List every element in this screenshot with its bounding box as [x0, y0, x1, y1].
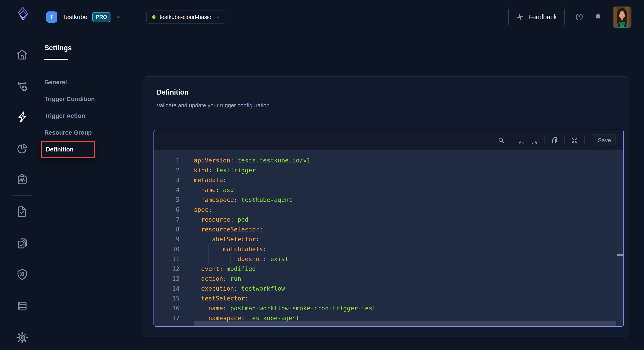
code-text: metadata: [194, 175, 226, 185]
indent-guide [194, 264, 201, 274]
code-text: execution: testworkflow [194, 284, 285, 293]
save-button[interactable]: Save [593, 134, 616, 146]
code-line-7[interactable]: 7resource: pod [154, 214, 624, 224]
pie-chart-icon [16, 142, 29, 155]
editor-horizontal-scrollbar[interactable] [194, 321, 616, 326]
line-number: 1 [154, 157, 180, 164]
feedback-button[interactable]: Feedback [508, 7, 565, 27]
sidebar-divider [12, 195, 32, 196]
code-line-12[interactable]: 12event: modified [154, 264, 624, 274]
code-text: labelSelector: [194, 234, 260, 244]
sidebar-item-sources[interactable] [16, 300, 29, 312]
code-line-3[interactable]: 3metadata: [154, 175, 624, 185]
search-icon[interactable] [498, 136, 505, 144]
copy-icon[interactable] [551, 136, 558, 144]
line-number: 3 [154, 176, 180, 184]
indent-guide [230, 254, 238, 264]
line-number: 5 [154, 196, 180, 203]
code-line-6[interactable]: 6spec: [154, 204, 624, 214]
chevron-down-icon [215, 14, 220, 20]
settings-nav-item-resource-group[interactable]: Resource Group [44, 124, 95, 141]
indent-guide [216, 244, 223, 254]
top-bar-actions: Feedback ? [508, 6, 632, 28]
code-line-2[interactable]: 2kind: TestTrigger [154, 165, 624, 175]
code-text: resourceSelector: [194, 224, 263, 234]
code-text: name: postman-workflow-smoke-cron-trigge… [194, 303, 376, 313]
indent-guide [194, 293, 201, 303]
testkube-logo-icon[interactable] [14, 6, 31, 29]
org-switcher[interactable]: T Testkube PRO [46, 12, 121, 23]
indent-guide [208, 254, 216, 264]
redo-icon[interactable] [531, 136, 538, 144]
test-suites-icon [16, 236, 29, 250]
code-text: spec: [194, 204, 212, 214]
code-line-1[interactable]: 1apiVersion: tests.testkube.io/v1 [154, 155, 624, 165]
line-number: 16 [154, 305, 180, 312]
line-number: 10 [154, 246, 180, 252]
user-avatar[interactable] [613, 6, 632, 28]
line-number: 2 [154, 167, 180, 174]
code-line-16[interactable]: 16name: postman-workflow-smoke-cron-trig… [154, 303, 624, 313]
code-line-4[interactable]: 4name: asd [154, 185, 624, 195]
settings-nav-item-trigger-condition[interactable]: Trigger Condition [44, 91, 95, 108]
settings-nav-item-general[interactable]: General [44, 74, 95, 91]
help-icon[interactable]: ? [575, 13, 584, 21]
sidebar-item-tests[interactable] [16, 205, 29, 218]
code-text: apiVersion: tests.testkube.io/v1 [194, 155, 310, 165]
indent-guide [194, 244, 201, 254]
code-line-8[interactable]: 8resourceSelector: [154, 224, 624, 234]
sidebar-item-monitoring[interactable] [16, 173, 29, 186]
editor-code-area[interactable]: 1apiVersion: tests.testkube.io/v12kind: … [154, 150, 624, 326]
indent-guide [194, 214, 201, 224]
settings-tab[interactable]: Settings [44, 44, 72, 60]
code-line-9[interactable]: 9labelSelector: [154, 234, 624, 244]
line-number: 6 [154, 206, 180, 213]
pro-badge: PRO [92, 12, 110, 22]
code-line-15[interactable]: 15testSelector: [154, 293, 624, 303]
panel-divider [143, 118, 629, 119]
yaml-editor: Save 1apiVersion: tests.testkube.io/v12k… [154, 130, 624, 327]
code-line-11[interactable]: 11doesnot: exist [154, 254, 624, 264]
expand-icon[interactable] [571, 136, 578, 144]
sidebar-item-triggers[interactable] [16, 110, 29, 124]
line-number: 17 [154, 314, 180, 322]
sidebar-item-test-suites[interactable] [16, 236, 29, 250]
sidebar-item-create-trigger[interactable] [16, 80, 29, 93]
line-number: 9 [154, 236, 180, 243]
chevron-down-icon [116, 14, 121, 20]
sidebar-item-home[interactable] [16, 48, 29, 61]
indent-guide [223, 254, 230, 264]
indent-guide [194, 234, 201, 244]
indent-guide [194, 195, 201, 204]
toolbar-separator [544, 136, 545, 144]
server-icon [16, 300, 29, 312]
code-line-5[interactable]: 5namespace: testkube-agent [154, 195, 624, 204]
sidebar-item-webhooks[interactable] [16, 268, 29, 281]
code-text: kind: TestTrigger [194, 165, 256, 175]
settings-nav-item-trigger-action[interactable]: Trigger Action [44, 108, 95, 124]
line-number: 13 [154, 275, 180, 282]
editor-vertical-scrollbar[interactable] [617, 150, 624, 326]
testkube-app: T Testkube PRO testkube-cloud-basic [0, 0, 644, 350]
code-line-13[interactable]: 13action: run [154, 274, 624, 284]
environment-selector[interactable]: testkube-cloud-basic [146, 10, 226, 24]
indent-guide [201, 303, 208, 313]
indent-guide [201, 244, 208, 254]
slack-icon [516, 13, 524, 21]
panel-subtitle: Validate and update your trigger configu… [157, 102, 629, 109]
code-text: namespace: testkube-agent [194, 195, 292, 204]
notifications-bell-icon[interactable] [594, 13, 602, 21]
indent-guide [194, 254, 201, 264]
code-text: testSelector: [194, 293, 248, 303]
settings-nav-item-definition[interactable]: Definition [46, 142, 74, 157]
settings-nav: GeneralTrigger ConditionTrigger ActionRe… [44, 74, 95, 158]
page-title: Settings [44, 44, 72, 52]
code-line-14[interactable]: 14execution: testworkflow [154, 284, 624, 293]
sidebar-divider [12, 322, 32, 322]
sidebar-item-settings[interactable] [16, 331, 29, 344]
code-line-10[interactable]: 10matchLabels: [154, 244, 624, 254]
undo-icon[interactable] [518, 136, 525, 144]
top-bar: T Testkube PRO testkube-cloud-basic [0, 0, 644, 34]
sidebar-item-dashboard[interactable] [16, 142, 29, 155]
line-number: 15 [154, 295, 180, 302]
